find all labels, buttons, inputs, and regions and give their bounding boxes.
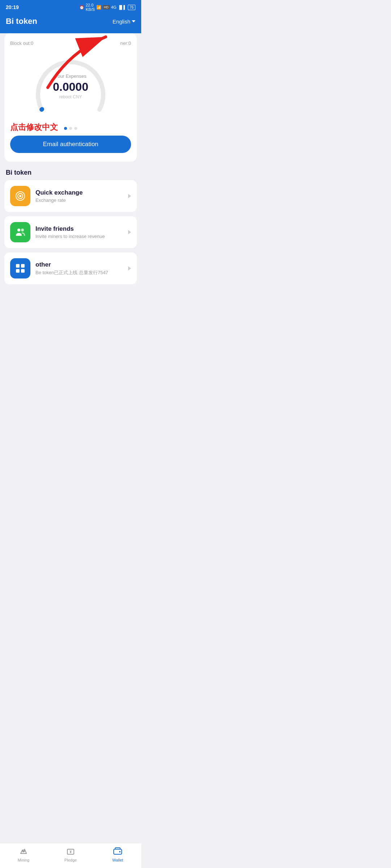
- other-icon-wrap: [10, 258, 30, 278]
- svg-rect-8: [16, 269, 20, 273]
- miner-label: ner:0: [120, 41, 131, 46]
- svg-rect-7: [21, 264, 25, 268]
- battery-icon: 76: [128, 5, 135, 10]
- invite-friends-item[interactable]: Invite friends Invite miners to increase…: [4, 216, 137, 248]
- status-icons: ⏰ 22.0KB/S 📶 HD 4G ▐▌▌ 76: [79, 3, 135, 12]
- svg-point-5: [21, 229, 24, 231]
- dot-inactive-2: [74, 127, 77, 130]
- wifi-icon: 📶: [96, 5, 101, 10]
- chevron-right-icon-3: [128, 266, 131, 271]
- app-header: Bi token English: [0, 13, 141, 33]
- quick-exchange-icon-wrap: [10, 186, 30, 206]
- quick-exchange-subtitle: Exchange rate: [35, 197, 123, 203]
- gauge-container: Your Expenses 0.0000 reboot CNY: [31, 52, 110, 124]
- other-text: other Be token已正式上线 总量发行7547: [35, 261, 123, 276]
- coin-exchange-icon: [15, 191, 26, 201]
- card-top-row: Block out:0 ner:0: [10, 41, 131, 46]
- alarm-icon: ⏰: [79, 5, 84, 10]
- expenses-currency: reboot CNY: [31, 94, 110, 99]
- quick-exchange-text: Quick exchange Exchange rate: [35, 189, 123, 203]
- invite-friends-title: Invite friends: [35, 225, 123, 233]
- email-auth-button[interactable]: Email authentication: [10, 136, 131, 153]
- other-subtitle: Be token已正式上线 总量发行7547: [35, 269, 123, 276]
- chevron-down-icon: [132, 20, 135, 22]
- other-item[interactable]: other Be token已正式上线 总量发行7547: [4, 252, 137, 284]
- signal-4g: 4G: [111, 5, 117, 9]
- signal-bars: ▐▌▌: [118, 5, 126, 9]
- svg-rect-6: [16, 264, 20, 268]
- invite-friends-subtitle: Invite miners to increase revenue: [35, 234, 123, 239]
- dot-active: [64, 127, 67, 130]
- section-title: Bi token: [0, 162, 141, 180]
- other-title: other: [35, 261, 123, 268]
- invite-friends-text: Invite friends Invite miners to increase…: [35, 225, 123, 239]
- gauge-content: Your Expenses 0.0000 reboot CNY: [31, 73, 110, 99]
- invite-friends-icon-wrap: [10, 222, 30, 242]
- status-time: 20:19: [6, 4, 19, 10]
- app-title: Bi token: [6, 17, 37, 26]
- svg-rect-9: [21, 269, 25, 273]
- block-out-label: Block out:0: [10, 41, 33, 46]
- main-card: Block out:0 ner:0 Your Expenses 0.0000 r…: [4, 33, 137, 162]
- language-label: English: [113, 18, 130, 25]
- chevron-right-icon: [128, 194, 131, 198]
- data-speed: 22.0KB/S: [86, 3, 95, 12]
- grid-icon: [14, 263, 26, 274]
- dot-inactive-1: [69, 127, 72, 130]
- svg-point-3: [19, 195, 21, 197]
- hd-badge: HD: [103, 5, 110, 9]
- status-bar: 20:19 ⏰ 22.0KB/S 📶 HD 4G ▐▌▌ 76: [0, 0, 141, 13]
- quick-exchange-item[interactable]: Quick exchange Exchange rate: [4, 180, 137, 212]
- quick-exchange-title: Quick exchange: [35, 189, 123, 196]
- svg-point-4: [17, 229, 20, 231]
- friends-icon: [14, 226, 26, 238]
- chevron-right-icon-2: [128, 230, 131, 234]
- language-selector[interactable]: English: [113, 18, 135, 25]
- chinese-annotation: 点击修改中文: [10, 122, 58, 133]
- expenses-amount: 0.0000: [31, 80, 110, 94]
- expenses-label: Your Expenses: [31, 73, 110, 79]
